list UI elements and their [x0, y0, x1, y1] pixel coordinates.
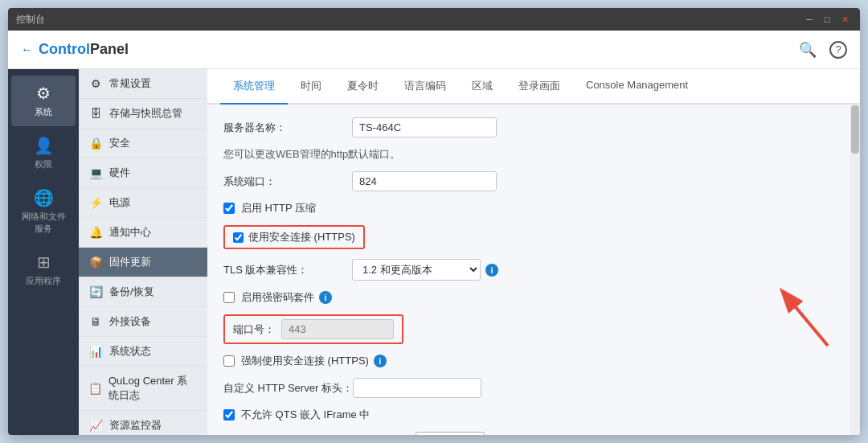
sub-label-storage: 存储与快照总管 — [109, 106, 182, 121]
sub-label-backup: 备份/恢复 — [109, 285, 154, 299]
tab-time[interactable]: 时间 — [288, 69, 334, 105]
http-compress-checkbox[interactable] — [223, 203, 235, 214]
permissions-icon: 👤 — [34, 136, 54, 155]
tls-info-icon[interactable]: i — [485, 264, 498, 277]
back-button[interactable]: ← — [21, 43, 34, 57]
sub-item-security[interactable]: 🔒 安全 — [79, 129, 207, 158]
close-button[interactable]: ✕ — [837, 14, 852, 25]
security-icon: 🔒 — [88, 137, 103, 150]
sub-label-general: 常规设置 — [109, 76, 151, 91]
sidebar-label-permissions: 权限 — [35, 158, 52, 170]
https-checkbox[interactable] — [233, 232, 244, 243]
strong-cipher-row: 启用强密码套件 i — [223, 290, 844, 305]
http-compress-label: 启用 HTTP 压缩 — [241, 201, 316, 215]
port-input[interactable] — [281, 319, 394, 339]
https-label: 使用安全连接 (HTTPS) — [248, 230, 355, 244]
window-title: 控制台 — [16, 13, 45, 27]
tls-select[interactable]: 1.2 和更高版本 1.0 和更高版本 1.1 和更高版本 1.3 和更高版本 — [352, 259, 481, 281]
sub-item-notify[interactable]: 🔔 通知中心 — [79, 218, 207, 248]
sidebar-item-permissions[interactable]: 👤 权限 — [11, 128, 76, 178]
sub-item-firmware[interactable]: 📦 固件更新 — [79, 248, 207, 277]
strong-cipher-label: 启用强密码套件 — [241, 290, 314, 305]
sub-item-power[interactable]: ⚡ 电源 — [79, 188, 207, 218]
main-layout: ⚙ 系统 👤 权限 🌐 网络和文件服务 ⊞ 应用程序 ⚙ 常规设置 — [8, 69, 860, 435]
sub-item-storage[interactable]: 🗄 存储与快照总管 — [79, 99, 207, 129]
sidebar-item-apps[interactable]: ⊞ 应用程序 — [11, 244, 76, 295]
custom-header-row: 自定义 HTTP Server 标头： — [223, 378, 844, 398]
force-https-row: 强制使用安全连接 (HTTPS) i — [223, 354, 844, 368]
strong-cipher-checkbox[interactable] — [223, 292, 235, 303]
syslog-icon: 📊 — [88, 345, 103, 358]
http-compress-row: 启用 HTTP 压缩 — [223, 201, 844, 215]
sub-label-external: 外接设备 — [109, 314, 151, 329]
sidebar: ⚙ 系统 👤 权限 🌐 网络和文件服务 ⊞ 应用程序 — [8, 69, 79, 435]
scrollbar-thumb[interactable] — [851, 105, 859, 154]
general-icon: ⚙ — [88, 77, 103, 90]
force-https-checkbox[interactable] — [223, 355, 235, 367]
sidebar-item-system[interactable]: ⚙ 系统 — [11, 76, 76, 126]
network-icon: 🌐 — [34, 188, 54, 207]
app-title: ControlPanel — [39, 41, 129, 58]
sub-item-general[interactable]: ⚙ 常规设置 — [79, 69, 207, 99]
sub-label-security: 安全 — [109, 136, 130, 150]
hardware-icon: 💻 — [88, 166, 103, 179]
tab-locale[interactable]: 语言编码 — [391, 69, 459, 105]
search-icon[interactable]: 🔍 — [799, 41, 817, 59]
strong-cipher-info-icon[interactable]: i — [319, 291, 332, 304]
no-iframe-checkbox[interactable] — [223, 409, 235, 420]
title-bar: 控制台 ─ □ ✕ — [8, 8, 860, 31]
tab-login-screen[interactable]: 登录画面 — [506, 69, 573, 105]
tab-region[interactable]: 区域 — [459, 69, 506, 105]
sub-label-qulog: QuLog Center 系统日志 — [108, 374, 198, 403]
sidebar-label-network: 网络和文件服务 — [22, 211, 66, 235]
sub-label-power: 电源 — [109, 195, 130, 210]
tab-dst[interactable]: 夏令时 — [334, 69, 391, 105]
tab-system-mgmt[interactable]: 系统管理 — [220, 69, 288, 105]
allowed-websites-button[interactable]: 允许的网站 — [416, 432, 485, 435]
sub-item-hardware[interactable]: 💻 硬件 — [79, 158, 207, 188]
tab-bar: 系统管理 时间 夏令时 语言编码 区域 登录画面 Console Managem… — [207, 69, 860, 105]
sys-port-row: 系统端口： — [223, 171, 844, 191]
custom-header-input[interactable] — [353, 378, 481, 398]
svg-line-1 — [788, 297, 828, 346]
allow-iframe-row: 允许特定网站在 IFrame 中嵌入 QTS 允许的网站 — [223, 432, 844, 435]
main-window: 控制台 ─ □ ✕ ← ControlPanel 🔍 ? ⚙ 系统 👤 权限 — [8, 8, 860, 435]
help-icon[interactable]: ? — [829, 41, 847, 59]
sub-item-qulog[interactable]: 📋 QuLog Center 系统日志 — [79, 367, 207, 411]
server-name-row: 服务器名称： — [223, 117, 844, 137]
minimize-button[interactable]: ─ — [802, 14, 817, 25]
maximize-button[interactable]: □ — [820, 14, 834, 25]
sub-item-backup[interactable]: 🔄 备份/恢复 — [79, 277, 207, 307]
sys-port-input[interactable] — [352, 171, 497, 191]
external-icon: 🖥 — [88, 315, 103, 328]
sub-label-firmware: 固件更新 — [109, 255, 151, 269]
port-row-container: 端口号： — [223, 314, 403, 344]
server-name-input[interactable] — [352, 117, 497, 137]
backup-icon: 🔄 — [88, 285, 103, 298]
header-icon-group: 🔍 ? — [799, 41, 847, 59]
sys-port-label: 系统端口： — [223, 174, 352, 189]
sub-item-external[interactable]: 🖥 外接设备 — [79, 307, 207, 337]
custom-header-label: 自定义 HTTP Server 标头： — [223, 381, 353, 396]
https-checkbox-container: 使用安全连接 (HTTPS) — [223, 225, 365, 249]
tab-console-mgmt[interactable]: Console Management — [573, 69, 701, 105]
tls-row: TLS 版本兼容性： 1.2 和更高版本 1.0 和更高版本 1.1 和更高版本… — [223, 259, 844, 281]
sub-label-notify: 通知中心 — [109, 225, 151, 240]
monitor-icon: 📈 — [88, 419, 103, 432]
sidebar-item-network[interactable]: 🌐 网络和文件服务 — [11, 180, 76, 243]
no-iframe-label: 不允许 QTS 嵌入 IFrame 中 — [241, 408, 370, 422]
http-port-note: 您可以更改WEB管理的http默认端口。 — [223, 147, 844, 162]
firmware-icon: 📦 — [88, 256, 103, 269]
sidebar-label-apps: 应用程序 — [26, 275, 61, 287]
sub-item-monitor[interactable]: 📈 资源监控器 — [79, 411, 207, 435]
tls-label: TLS 版本兼容性： — [223, 263, 352, 277]
force-https-label: 强制使用安全连接 (HTTPS) — [241, 354, 369, 368]
apps-icon: ⊞ — [37, 252, 51, 272]
qulog-icon: 📋 — [88, 382, 102, 395]
sidebar-label-system: 系统 — [35, 106, 52, 118]
no-iframe-row: 不允许 QTS 嵌入 IFrame 中 — [223, 408, 844, 422]
sub-item-syslog[interactable]: 📊 系统状态 — [79, 337, 207, 367]
scroll-content: 服务器名称： 您可以更改WEB管理的http默认端口。 系统端口： 启用 HTT… — [207, 105, 860, 435]
force-https-info-icon[interactable]: i — [374, 355, 387, 367]
server-name-label: 服务器名称： — [223, 121, 352, 135]
